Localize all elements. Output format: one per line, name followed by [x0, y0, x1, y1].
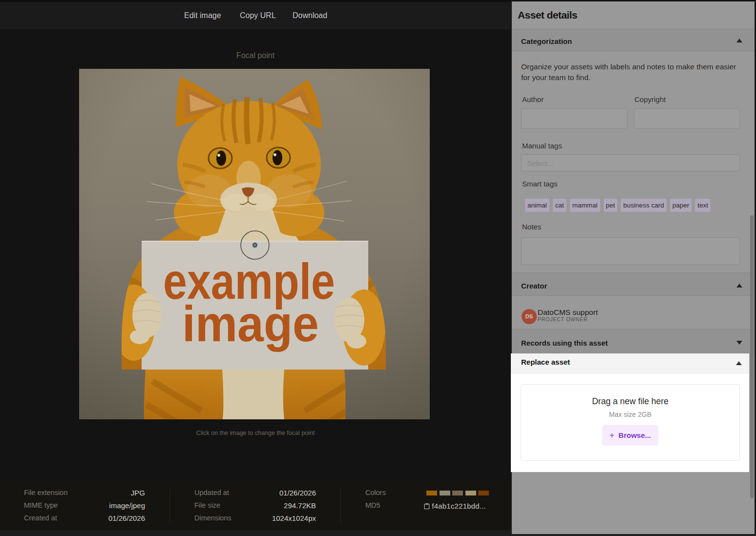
svg-text:image: image — [182, 296, 319, 352]
